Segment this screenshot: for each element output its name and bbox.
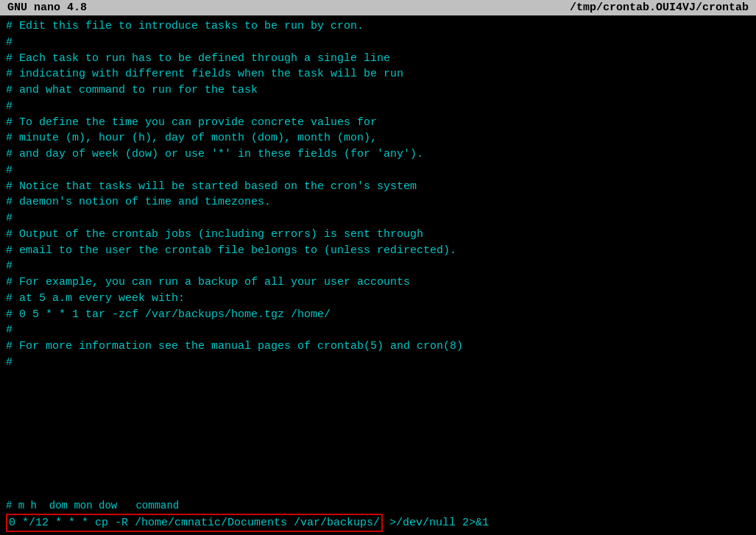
editor-line: # at 5 a.m every week with: (6, 291, 750, 307)
editor-line: # (6, 210, 750, 227)
editor-line: # (6, 35, 750, 51)
editor-line: # (6, 99, 750, 115)
editor-line: # 0 5 * * 1 tar -zcf /var/backups/home.t… (6, 307, 750, 323)
cmd-tail: >/dev/null 2>&1 (383, 515, 489, 531)
app-title: GNU nano 4.8 (7, 1, 87, 14)
editor-line: # indicating with different fields when … (6, 66, 750, 82)
editor-line: # (6, 322, 750, 339)
editor-content[interactable]: # Edit this file to introduce tasks to b… (0, 15, 756, 497)
editor-line: # Each task to run has to be defined thr… (6, 51, 750, 67)
terminal: GNU nano 4.8 /tmp/crontab.OUI4VJ/crontab… (0, 0, 756, 535)
column-header: # m h dom mon dow command (6, 499, 750, 514)
editor-line: # (6, 163, 750, 179)
editor-line: # For example, you can run a backup of a… (6, 274, 750, 291)
command-line: 0 */12 * * * cp -R /home/cmnatic/Documen… (6, 514, 750, 532)
editor-line: # To define the time you can provide con… (6, 115, 750, 131)
editor-line: # daemon's notion of time and timezones. (6, 194, 750, 210)
editor-line: # Notice that tasks will be started base… (6, 179, 750, 195)
cmd-boxed: 0 */12 * * * cp -R /home/cmnatic/Documen… (6, 514, 383, 532)
editor-line: # (6, 355, 750, 371)
editor-line: # and day of week (dow) or use '*' in th… (6, 146, 750, 163)
editor-line: # For more information see the manual pa… (6, 339, 750, 355)
title-bar: GNU nano 4.8 /tmp/crontab.OUI4VJ/crontab (0, 0, 756, 15)
editor-line: # Edit this file to introduce tasks to b… (6, 18, 750, 35)
bottom-bar: # m h dom mon dow command 0 */12 * * * c… (0, 497, 756, 535)
editor-line: # Output of the crontab jobs (including … (6, 227, 750, 243)
file-path: /tmp/crontab.OUI4VJ/crontab (570, 1, 749, 14)
editor-line: # (6, 258, 750, 274)
editor-line: # minute (m), hour (h), day of month (do… (6, 130, 750, 146)
editor-line: # and what command to run for the task (6, 82, 750, 99)
editor-line: # email to the user the crontab file bel… (6, 243, 750, 259)
